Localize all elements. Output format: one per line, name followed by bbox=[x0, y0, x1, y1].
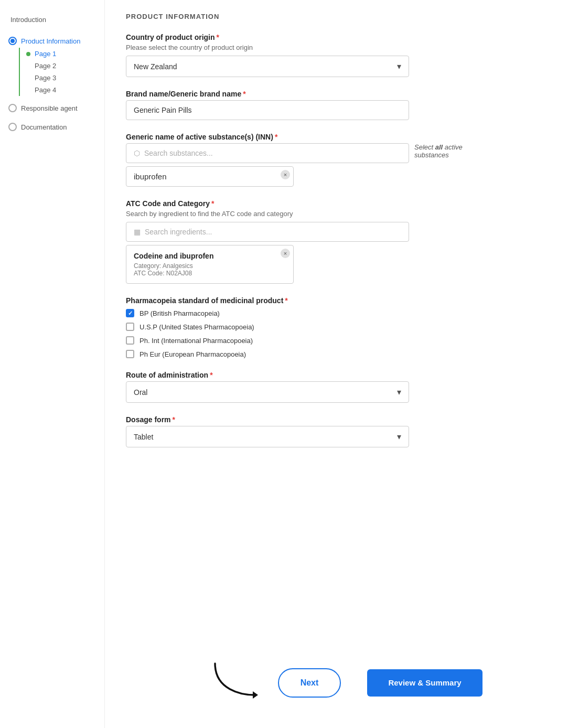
sidebar-item-responsible-agent[interactable]: Responsible agent bbox=[8, 101, 96, 115]
sidebar-intro: Introduction bbox=[10, 16, 96, 24]
atc-search-field[interactable]: ▦ Search ingredients... bbox=[126, 222, 409, 242]
country-of-origin-select[interactable]: New Zealand ▾ bbox=[126, 56, 409, 77]
substance-tag: ibuprofen × bbox=[126, 166, 294, 187]
pharmacopeia-section: Pharmacopeia standard of medicinal produ… bbox=[126, 296, 558, 358]
bp-checkbox[interactable] bbox=[126, 309, 134, 317]
ph-int-checkbox[interactable] bbox=[126, 336, 134, 345]
dosage-form-section: Dosage form* Tablet ▾ bbox=[126, 415, 558, 447]
sidebar-page-4[interactable]: Page 4 bbox=[26, 84, 96, 96]
search-icon: ⬡ bbox=[134, 149, 140, 157]
chevron-down-icon-route: ▾ bbox=[397, 387, 401, 397]
chevron-down-icon-dosage: ▾ bbox=[397, 432, 401, 442]
next-button[interactable]: Next bbox=[278, 668, 341, 698]
brand-required-star: * bbox=[243, 90, 245, 98]
review-summary-button[interactable]: Review & Summary bbox=[367, 669, 483, 697]
sidebar-item-product-information[interactable]: Product Information bbox=[8, 34, 96, 48]
section-header: PRODUCT INFORMATION bbox=[126, 13, 558, 20]
sidebar-page-2[interactable]: Page 2 bbox=[26, 60, 96, 72]
sidebar-page-3[interactable]: Page 3 bbox=[26, 72, 96, 84]
atc-code-label: ATC Code and Category* bbox=[126, 199, 558, 208]
substance-tag-close[interactable]: × bbox=[281, 170, 290, 179]
product-information-circle bbox=[8, 37, 17, 45]
brand-name-label: Brand name/Generic brand name* bbox=[126, 90, 558, 98]
atc-tag: × Codeine and ibuprofen Category: Analge… bbox=[126, 245, 294, 284]
generic-name-label: Generic name of active substance(s) (INN… bbox=[126, 133, 558, 141]
svg-marker-0 bbox=[253, 691, 258, 699]
dosage-form-label: Dosage form* bbox=[126, 415, 558, 424]
country-of-origin-label: Country of product origin* bbox=[126, 33, 558, 41]
pharmacopeia-ph-eur[interactable]: Ph Eur (European Pharmacopoeia) bbox=[126, 350, 558, 358]
ingredient-search-icon: ▦ bbox=[134, 228, 141, 236]
chevron-down-icon: ▾ bbox=[397, 61, 401, 71]
atc-code-section: ATC Code and Category* Search by ingredi… bbox=[126, 199, 558, 284]
curved-arrow-decoration bbox=[210, 658, 262, 707]
usp-checkbox[interactable] bbox=[126, 323, 134, 331]
pharmacopeia-required-star: * bbox=[285, 296, 287, 305]
sidebar-item-documentation[interactable]: Documentation bbox=[8, 120, 96, 134]
sidebar-item-label: Product Information bbox=[21, 37, 80, 45]
brand-name-section: Brand name/Generic brand name* bbox=[126, 90, 558, 120]
dosage-form-select[interactable]: Tablet ▾ bbox=[126, 426, 409, 447]
country-of-origin-hint: Please select the country of product ori… bbox=[126, 44, 558, 51]
route-required-star: * bbox=[210, 371, 212, 379]
country-required-star: * bbox=[217, 33, 219, 41]
substance-search-field[interactable]: ⬡ Search substances... bbox=[126, 143, 409, 163]
sidebar-tree: Page 1 Page 2 Page 3 Page 4 bbox=[19, 48, 96, 96]
country-of-origin-section: Country of product origin* Please select… bbox=[126, 33, 558, 77]
ph-eur-checkbox[interactable] bbox=[126, 350, 134, 358]
main-content: PRODUCT INFORMATION Country of product o… bbox=[105, 0, 579, 648]
footer: Next Review & Summary bbox=[105, 648, 579, 728]
route-of-admin-select[interactable]: Oral ▾ bbox=[126, 381, 409, 403]
atc-tag-close[interactable]: × bbox=[281, 249, 290, 258]
atc-code-hint: Search by ingredient to find the ATC cod… bbox=[126, 210, 558, 218]
generic-required-star: * bbox=[275, 133, 277, 141]
documentation-circle bbox=[8, 123, 17, 131]
route-of-admin-section: Route of administration* Oral ▾ bbox=[126, 371, 558, 403]
sidebar: Introduction Product Information Page 1 … bbox=[0, 0, 105, 728]
page-1-dot bbox=[26, 52, 30, 56]
sidebar-page-1[interactable]: Page 1 bbox=[26, 48, 96, 60]
substance-side-note: Select all active substances bbox=[414, 143, 493, 159]
atc-required-star: * bbox=[211, 199, 214, 208]
pharmacopeia-options: BP (British Pharmacopeia) U.S.P (United … bbox=[126, 309, 558, 358]
pharmacopeia-usp[interactable]: U.S.P (United States Pharmacopoeia) bbox=[126, 323, 558, 331]
generic-name-section: Generic name of active substance(s) (INN… bbox=[126, 133, 558, 187]
pharmacopeia-ph-int[interactable]: Ph. Int (International Pharmacopoeia) bbox=[126, 336, 558, 345]
route-of-admin-label: Route of administration* bbox=[126, 371, 558, 379]
dosage-required-star: * bbox=[173, 415, 175, 424]
responsible-agent-circle bbox=[8, 104, 17, 112]
pharmacopeia-label: Pharmacopeia standard of medicinal produ… bbox=[126, 296, 558, 305]
pharmacopeia-bp[interactable]: BP (British Pharmacopeia) bbox=[126, 309, 558, 317]
brand-name-input[interactable] bbox=[126, 100, 409, 120]
